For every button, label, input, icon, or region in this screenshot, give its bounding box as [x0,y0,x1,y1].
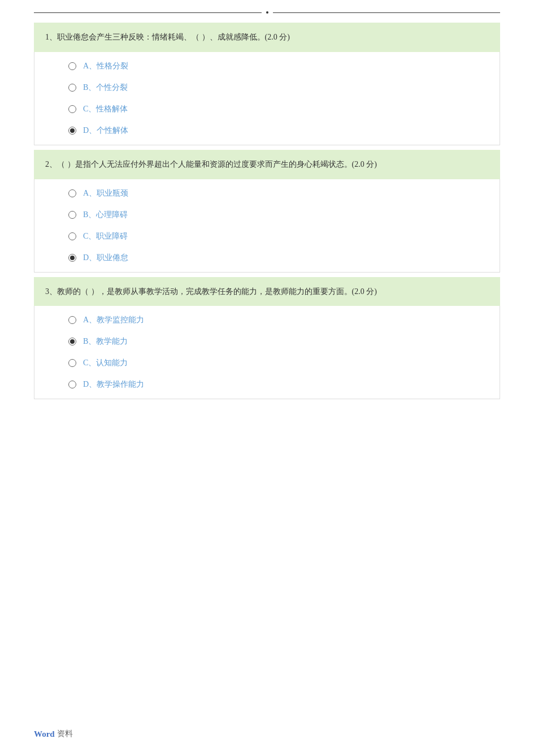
page-wrapper: 1、职业倦怠会产生三种反映：情绪耗竭、（ ）、成就感降低。(2.0 分)A、性格… [0,0,534,756]
option-label-3-3: C、认知能力 [83,358,128,368]
question-header-1: 1、职业倦怠会产生三种反映：情绪耗竭、（ ）、成就感降低。(2.0 分) [34,23,500,52]
option-row-3-4[interactable]: D、教学操作能力 [34,374,500,395]
radio-btn-2-4[interactable] [68,254,76,262]
question-block-2: 2、（ ）是指个人无法应付外界超出个人能量和资源的过度要求而产生的身心耗竭状态。… [34,150,500,273]
option-label-3-4: D、教学操作能力 [83,379,144,390]
option-label-2-3: C、职业障碍 [83,231,128,241]
radio-btn-1-1[interactable] [68,62,76,70]
option-label-2-4: D、职业倦怠 [83,253,128,263]
question-header-2: 2、（ ）是指个人无法应付外界超出个人能量和资源的过度要求而产生的身心耗竭状态。… [34,150,500,179]
option-row-3-2[interactable]: B、教学能力 [34,331,500,352]
option-row-1-4[interactable]: D、个性解体 [34,120,500,141]
option-row-2-2[interactable]: B、心理障碍 [34,204,500,226]
radio-btn-3-1[interactable] [68,316,76,324]
question-header-3: 3、教师的（ ），是教师从事教学活动，完成教学任务的能力，是教师能力的重要方面。… [34,277,500,306]
option-row-3-3[interactable]: C、认知能力 [34,352,500,374]
option-row-1-1[interactable]: A、性格分裂 [34,55,500,77]
options-area-2: A、职业瓶颈B、心理障碍C、职业障碍D、职业倦怠 [34,179,500,273]
option-label-2-1: A、职业瓶颈 [83,188,128,198]
option-label-1-1: A、性格分裂 [83,61,128,71]
question-block-1: 1、职业倦怠会产生三种反映：情绪耗竭、（ ）、成就感降低。(2.0 分)A、性格… [34,23,500,145]
option-row-2-3[interactable]: C、职业障碍 [34,226,500,247]
options-area-3: A、教学监控能力B、教学能力C、认知能力D、教学操作能力 [34,306,500,399]
option-row-2-4[interactable]: D、职业倦怠 [34,247,500,269]
radio-btn-2-2[interactable] [68,211,76,219]
footer-area: Word 资料 [34,729,73,739]
radio-btn-2-3[interactable] [68,232,76,240]
option-label-3-1: A、教学监控能力 [83,315,144,325]
radio-btn-1-4[interactable] [68,127,76,135]
option-label-3-2: B、教学能力 [83,336,128,347]
option-row-2-1[interactable]: A、职业瓶颈 [34,183,500,204]
option-row-1-3[interactable]: C、性格解体 [34,98,500,120]
radio-btn-3-4[interactable] [68,381,76,388]
top-divider-area [34,11,500,14]
option-label-1-4: D、个性解体 [83,126,128,136]
radio-btn-2-1[interactable] [68,189,76,197]
options-area-1: A、性格分裂B、个性分裂C、性格解体D、个性解体 [34,52,500,145]
top-line-right [273,12,501,13]
footer-word-label: Word [34,729,55,739]
radio-btn-3-2[interactable] [68,338,76,345]
radio-btn-3-3[interactable] [68,359,76,367]
radio-btn-1-2[interactable] [68,84,76,92]
question-block-3: 3、教师的（ ），是教师从事教学活动，完成教学任务的能力，是教师能力的重要方面。… [34,277,500,400]
footer-resource-label: 资料 [57,729,73,739]
questions-container: 1、职业倦怠会产生三种反映：情绪耗竭、（ ）、成就感降低。(2.0 分)A、性格… [34,23,500,399]
top-line-left [34,12,262,13]
option-label-1-2: B、个性分裂 [83,83,128,93]
top-dot [266,11,268,14]
option-row-1-2[interactable]: B、个性分裂 [34,77,500,98]
option-row-3-1[interactable]: A、教学监控能力 [34,309,500,331]
option-label-1-3: C、性格解体 [83,104,128,114]
option-label-2-2: B、心理障碍 [83,210,128,220]
radio-btn-1-3[interactable] [68,105,76,113]
